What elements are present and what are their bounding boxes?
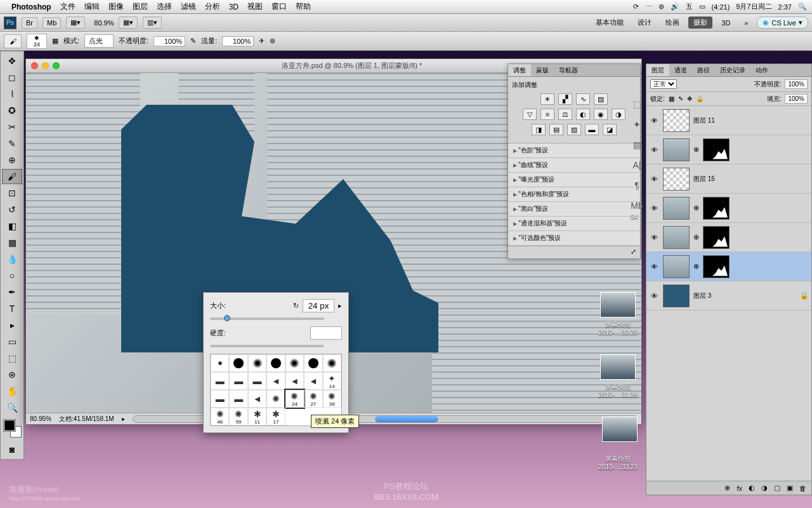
preset-hue[interactable]: "色相/饱和度"预设 — [508, 187, 640, 202]
info-icon[interactable]: ✦ — [631, 119, 643, 131]
lock-position-icon[interactable]: ✥ — [687, 95, 692, 102]
brush-preset[interactable] — [285, 354, 304, 372]
size-input[interactable] — [303, 299, 334, 312]
preset-curves[interactable]: "曲线"预设 — [508, 158, 640, 173]
brush-preset[interactable]: ◄ — [285, 372, 304, 390]
lasso-tool[interactable]: ⌇ — [2, 86, 22, 102]
eraser-tool[interactable]: ◧ — [2, 218, 22, 234]
desktop-screenshot[interactable]: 屏幕快照 2010-....30.23 — [598, 292, 638, 336]
layer-thumbnail[interactable] — [663, 284, 690, 307]
vibrance-icon[interactable]: ▽ — [523, 109, 537, 120]
layer-thumbnail[interactable] — [663, 255, 690, 278]
app-name[interactable]: Photoshop — [11, 3, 51, 11]
brush-preset[interactable] — [229, 354, 247, 372]
brightness-icon[interactable]: ☀ — [540, 93, 554, 105]
menu-help[interactable]: 帮助 — [296, 1, 311, 12]
menu-select[interactable]: 选择 — [157, 1, 172, 12]
menu-window[interactable]: 窗口 — [272, 1, 287, 12]
posterize-icon[interactable]: ▤ — [549, 124, 563, 135]
brush-preset[interactable]: ▬ — [211, 372, 229, 390]
spotlight-icon[interactable]: 🔍 — [798, 3, 807, 11]
hardness-input[interactable] — [310, 326, 342, 340]
adjustment-layer-icon[interactable]: ◑ — [761, 484, 768, 492]
layer-name[interactable]: 图层 3 — [693, 291, 796, 300]
new-layer-icon[interactable]: ▣ — [787, 484, 793, 492]
brush-preset[interactable]: ✺46 — [211, 408, 229, 425]
layer-row[interactable]: 👁 图层 15 — [646, 164, 811, 194]
layer-row[interactable]: 👁 图层 11 — [646, 106, 811, 135]
color-swatches[interactable] — [2, 418, 22, 441]
layer-thumbnail[interactable] — [663, 138, 690, 161]
statusbar-menu-icon[interactable]: ▸ — [122, 415, 125, 422]
preset-bw[interactable]: "黑白"预设 — [508, 202, 640, 217]
panel-expand-icon[interactable]: ⤢ — [631, 248, 636, 257]
workspace-more[interactable]: » — [739, 18, 753, 28]
brush-preset[interactable]: ✺ — [266, 390, 285, 408]
layer-thumbnail[interactable] — [663, 226, 690, 249]
new-group-icon[interactable]: ▢ — [774, 484, 780, 492]
path-select-tool[interactable]: ▸ — [2, 318, 22, 333]
minibridge-button[interactable]: Mb — [43, 17, 61, 29]
menu-image[interactable]: 图像 — [108, 1, 124, 12]
brush-preset[interactable]: ▬ — [211, 390, 229, 408]
brush-preset[interactable]: ▬ — [229, 390, 247, 408]
flyout-icon[interactable]: ▸ — [338, 302, 342, 310]
lock-pixels-icon[interactable]: ✎ — [678, 95, 683, 102]
blend-mode-select[interactable]: 正常 — [650, 79, 677, 89]
3d-tool[interactable]: ⬚ — [2, 351, 22, 366]
brush-preset[interactable]: ✱17 — [266, 408, 285, 425]
brush-preset[interactable]: ▬ — [248, 372, 266, 390]
tab-paths[interactable]: 路径 — [692, 64, 715, 76]
photo-filter-icon[interactable]: ◉ — [594, 109, 608, 120]
desktop-screenshot[interactable]: 屏幕快照 2010-....33.23 — [598, 455, 638, 471]
wifi-icon[interactable]: ⊚ — [658, 3, 664, 11]
character-icon[interactable]: A| — [631, 160, 643, 171]
desktop-screenshot[interactable]: 屏幕快照 2010-....31.39 — [598, 354, 638, 398]
brush-preset[interactable] — [323, 354, 341, 372]
brush-preview[interactable]: ✱24 — [27, 34, 47, 49]
add-mask-icon[interactable]: ◐ — [749, 484, 755, 492]
channel-mixer-icon[interactable]: ◑ — [612, 109, 625, 120]
menu-layer[interactable]: 图层 — [133, 1, 148, 12]
tab-masks[interactable]: 蒙版 — [531, 64, 554, 76]
exposure-icon[interactable]: ▨ — [594, 93, 608, 105]
visibility-icon[interactable]: 👁 — [649, 263, 659, 271]
crop-tool[interactable]: ✂ — [2, 119, 22, 135]
workspace-painting[interactable]: 绘画 — [660, 17, 684, 29]
tablet-pressure-opacity-icon[interactable]: ✎ — [190, 37, 196, 45]
preset-exposure[interactable]: "曝光度"预设 — [508, 173, 640, 187]
workspace-design[interactable]: 设计 — [632, 17, 657, 29]
visibility-icon[interactable]: 👁 — [649, 292, 659, 300]
tab-history[interactable]: 历史记录 — [715, 64, 750, 76]
workspace-photography[interactable]: 摄影 — [688, 17, 712, 29]
blur-tool[interactable]: 💧 — [2, 251, 22, 267]
lock-all-icon[interactable]: 🔒 — [696, 95, 704, 102]
brush-preset[interactable]: ✺59 — [229, 408, 247, 425]
tab-channels[interactable]: 通道 — [669, 64, 692, 76]
pen-tool[interactable]: ✒ — [2, 284, 22, 300]
gradient-tool[interactable]: ▦ — [2, 235, 22, 250]
current-tool-preview[interactable]: 🖌 — [4, 34, 22, 48]
layer-row[interactable]: 👁 ⊕ — [646, 223, 811, 252]
brush-panel-icon[interactable]: ▦ — [52, 37, 58, 45]
mask-thumbnail[interactable] — [703, 197, 730, 220]
doc-size[interactable]: 文档:41.5M/158.1M — [59, 415, 114, 424]
desktop-screenshot[interactable] — [602, 417, 638, 444]
link-icon[interactable]: ⊕ — [693, 262, 699, 271]
zoom-window-icon[interactable] — [53, 62, 60, 69]
quickmask-tool[interactable]: ◙ — [2, 442, 22, 457]
menu-view[interactable]: 视图 — [247, 1, 263, 12]
workspace-3d[interactable]: 3D — [716, 18, 735, 28]
threshold-icon[interactable]: ▨ — [567, 124, 581, 135]
tab-actions[interactable]: 动作 — [750, 64, 773, 76]
volume-icon[interactable]: 🔊 — [671, 3, 679, 11]
brush-preset[interactable]: ▬ — [229, 372, 247, 390]
layer-name[interactable]: 图层 15 — [693, 175, 809, 184]
minibridge-panel-icon[interactable]: Mb — [631, 201, 643, 212]
sync-icon[interactable]: ⟳ — [633, 3, 639, 11]
reset-icon[interactable]: ↻ — [293, 302, 299, 310]
brush-preset[interactable] — [211, 354, 229, 372]
type-tool[interactable]: T — [2, 301, 22, 316]
invert-icon[interactable]: ◨ — [532, 124, 546, 135]
link-icon[interactable]: ⊕ — [693, 204, 699, 212]
